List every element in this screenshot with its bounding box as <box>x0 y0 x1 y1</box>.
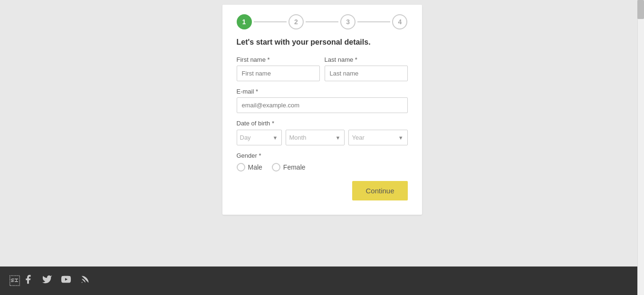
year-select-wrap: Year 20262025202420232022202120202019201… <box>348 130 407 145</box>
last-name-label: Last name * <box>325 56 408 63</box>
dob-label: Date of birth * <box>237 120 408 127</box>
dob-group: Date of birth * Day 12345678910111213141… <box>237 120 408 145</box>
first-name-input[interactable] <box>237 66 320 81</box>
continue-btn-wrap: Continue <box>237 181 408 200</box>
female-radio[interactable] <box>272 163 280 171</box>
twitter-icon[interactable] <box>42 274 52 287</box>
form-card: 1 2 3 4 Let's start with your personal d… <box>222 5 422 215</box>
year-chevron-icon: ▼ <box>394 135 407 141</box>
gender-options: Male Female <box>237 163 408 171</box>
step-line-1 <box>254 21 287 22</box>
step-1: 1 <box>237 14 252 29</box>
scrollbar-track[interactable] <box>637 0 644 295</box>
last-name-group: Last name * <box>325 56 408 81</box>
male-radio[interactable] <box>237 163 245 171</box>
step-3: 3 <box>340 14 356 29</box>
step-4: 4 <box>392 14 407 29</box>
year-select[interactable]: Year 20262025202420232022202120202019201… <box>349 130 394 145</box>
step-line-3 <box>357 21 390 22</box>
svg-point-1 <box>82 282 83 283</box>
scrollbar-thumb[interactable] <box>637 0 644 19</box>
email-label: E-mail * <box>237 88 408 95</box>
dob-row: Day 123456789101112131415161718192021222… <box>237 130 408 145</box>
step-2: 2 <box>288 14 304 29</box>
name-row: First name * Last name * <box>237 56 408 81</box>
male-label: Male <box>248 163 262 171</box>
month-select-wrap: Month JanuaryFebruaryMarchAprilMayJuneJu… <box>286 130 345 145</box>
step-line-2 <box>306 21 338 22</box>
day-select-wrap: Day 123456789101112131415161718192021222… <box>237 130 282 145</box>
continue-button[interactable]: Continue <box>352 181 407 200</box>
form-title: Let's start with your personal details. <box>237 38 408 47</box>
email-input[interactable] <box>237 97 408 113</box>
gender-female-option[interactable]: Female <box>272 163 306 171</box>
email-group: E-mail * <box>237 88 408 113</box>
gender-group: Gender * Male Female <box>237 152 408 171</box>
month-chevron-icon: ▼ <box>332 135 345 141</box>
stepper: 1 2 3 4 <box>237 14 408 29</box>
facebook-icon[interactable]:  <box>10 274 33 287</box>
footer:  <box>0 266 644 295</box>
day-select[interactable]: Day 123456789101112131415161718192021222… <box>237 130 269 145</box>
last-name-input[interactable] <box>325 66 408 81</box>
youtube-icon[interactable] <box>61 274 71 287</box>
first-name-group: First name * <box>237 56 320 81</box>
first-name-label: First name * <box>237 56 320 63</box>
month-select[interactable]: Month JanuaryFebruaryMarchAprilMayJuneJu… <box>286 130 331 145</box>
female-label: Female <box>283 163 306 171</box>
gender-label: Gender * <box>237 152 408 159</box>
rss-icon[interactable] <box>80 274 90 287</box>
gender-male-option[interactable]: Male <box>237 163 262 171</box>
day-chevron-icon: ▼ <box>269 135 282 141</box>
